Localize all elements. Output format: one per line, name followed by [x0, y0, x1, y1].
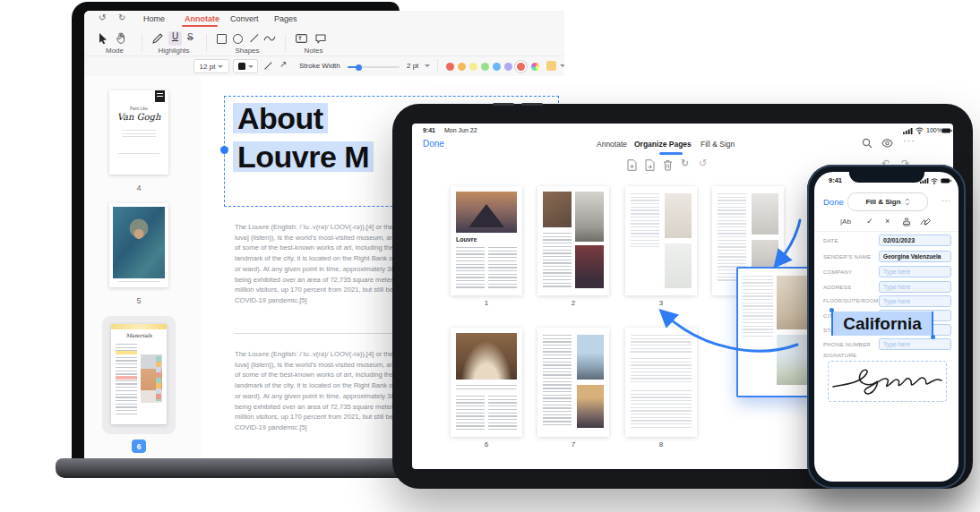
trash-icon[interactable]	[663, 159, 673, 171]
color-dot-green[interactable]	[481, 63, 489, 71]
page-thumb-2[interactable]	[537, 186, 609, 295]
undo-icon[interactable]: ↺	[99, 13, 106, 22]
x-mark-icon[interactable]: ×	[885, 217, 890, 226]
ipad-tab-fill-sign[interactable]: Fill & Sign	[701, 140, 735, 149]
redo-icon[interactable]: ↻	[118, 13, 125, 22]
color-dot-purple[interactable]	[504, 63, 512, 71]
highlighter-pen-icon[interactable]	[152, 33, 163, 44]
wifi-icon	[931, 178, 938, 184]
mac-toolbar: ↺ ↻ Home Annotate Convert Pages Mode U S…	[84, 11, 564, 55]
stamp-icon[interactable]	[902, 218, 911, 226]
page-label-8: 8	[625, 440, 697, 448]
cursor-icon[interactable]	[99, 32, 108, 44]
sidebar-page-badge-6: 6	[132, 439, 146, 453]
chevron-down-icon[interactable]	[425, 64, 430, 67]
tab-home[interactable]: Home	[143, 14, 165, 23]
field-label-date: DATE	[823, 237, 838, 243]
strikethrough-tool-icon[interactable]: S	[187, 32, 193, 42]
comment-note-icon[interactable]	[315, 34, 326, 44]
chevron-down-icon[interactable]	[560, 64, 564, 67]
page-label-3: 3	[625, 299, 697, 307]
stroke-width-slider[interactable]	[348, 66, 400, 68]
chevron-down-icon	[248, 65, 254, 68]
sidebar-thumb-page5[interactable]	[109, 203, 168, 287]
ipad-tab-annotate[interactable]: Annotate	[597, 140, 627, 149]
text-note-icon[interactable]	[296, 34, 307, 43]
ipad-done-button[interactable]: Done	[423, 139, 444, 149]
school-of-athens-photo	[456, 333, 517, 380]
color-dot-red[interactable]	[446, 63, 454, 71]
rotate-cw-icon[interactable]: ↻	[681, 158, 689, 169]
text-color-select[interactable]	[233, 59, 258, 73]
field-floor-suite-room[interactable]: Type here	[879, 295, 951, 307]
mac-page-sidebar: Paint Like Van Gogh 4 5 Materials	[84, 76, 202, 458]
page-label-7: 7	[537, 440, 609, 448]
color-dot-red-selected[interactable]	[517, 63, 525, 71]
more-icon[interactable]: ···	[903, 135, 916, 146]
group-label-mode: Mode	[93, 47, 136, 55]
yellow-highlight-strip	[111, 324, 167, 329]
hand-icon[interactable]	[116, 32, 126, 44]
group-label-shapes: Shapes	[217, 47, 278, 55]
line-shape-icon[interactable]	[250, 34, 258, 42]
field-phone-number[interactable]: Type here	[879, 338, 951, 350]
line-tool-icon[interactable]	[264, 62, 272, 70]
selection-handle-left[interactable]	[831, 311, 833, 336]
color-dot-orange[interactable]	[458, 63, 466, 71]
more-icon[interactable]: ···	[941, 196, 951, 205]
tab-pages[interactable]: Pages	[274, 14, 297, 23]
selection-handle[interactable]	[220, 146, 228, 154]
field-sender-name[interactable]: Georgina Valenzuela	[879, 251, 951, 262]
fill-sign-mode-select[interactable]: Fill & Sign	[847, 192, 928, 211]
selection-handle-right[interactable]	[932, 311, 933, 336]
page-thumb-1[interactable]: Louvre	[451, 186, 522, 295]
sidebar-thumb-page6-selected[interactable]: Materials	[102, 316, 176, 434]
materials-title: Materials	[111, 332, 167, 338]
insert-page-icon[interactable]	[645, 159, 655, 171]
font-size-select[interactable]: 12 pt	[193, 59, 229, 73]
group-label-highlights: Highlights	[149, 47, 199, 55]
signature-image	[829, 362, 946, 401]
doc-title-line2: Louvre M	[233, 141, 374, 172]
field-company[interactable]: Type here	[879, 266, 951, 277]
dragged-page-thumb[interactable]	[736, 267, 815, 397]
sidebar-thumb-page4[interactable]: Paint Like Van Gogh	[109, 90, 168, 175]
signature-tool-icon[interactable]	[920, 218, 932, 226]
iphone-done-button[interactable]: Done	[823, 197, 844, 207]
page-thumb-3[interactable]	[625, 186, 697, 295]
ipad-volume-button	[493, 103, 514, 106]
color-wheel-icon[interactable]	[531, 63, 539, 71]
state-text-selection[interactable]: California	[832, 311, 933, 336]
arrow-tool-icon[interactable]: ↗	[279, 59, 287, 69]
bookmark-badge	[155, 90, 165, 102]
rotate-ccw-icon[interactable]: ↺	[699, 158, 707, 169]
page1-caption: Louvre	[456, 236, 477, 243]
tab-annotate[interactable]: Annotate	[185, 14, 219, 23]
fill-color-swatch-yellow[interactable]	[546, 61, 556, 71]
field-date[interactable]: 02/01/2023	[879, 235, 951, 246]
rectangle-shape-icon[interactable]	[217, 34, 227, 44]
group-label-notes: Notes	[294, 47, 333, 55]
add-page-icon[interactable]	[627, 159, 637, 171]
page-thumb-7[interactable]	[537, 328, 609, 437]
page-thumb-8[interactable]	[625, 328, 697, 437]
page-thumb-6[interactable]	[451, 328, 522, 437]
underline-tool-icon[interactable]: U	[168, 31, 182, 46]
freehand-shape-icon[interactable]	[263, 34, 276, 43]
ipad-tab-organize-pages[interactable]: Organize Pages	[634, 140, 692, 149]
slider-knob[interactable]	[356, 64, 362, 71]
doc-title-line1: About	[233, 103, 328, 133]
color-dot-yellow[interactable]	[469, 63, 477, 71]
eye-icon[interactable]	[881, 139, 893, 148]
text-field-tool-icon[interactable]: |Ab	[840, 218, 851, 226]
field-address[interactable]: Type here	[879, 281, 951, 293]
search-icon[interactable]	[862, 138, 873, 149]
battery-icon	[941, 178, 951, 183]
iphone-status-time: 9:41	[829, 176, 842, 184]
organize-tab-underline	[659, 152, 683, 155]
check-icon[interactable]: ✓	[866, 217, 873, 226]
tab-convert[interactable]: Convert	[230, 14, 259, 23]
signature-box[interactable]	[828, 361, 947, 402]
ellipse-shape-icon[interactable]	[233, 34, 243, 44]
color-dot-blue[interactable]	[493, 63, 501, 71]
